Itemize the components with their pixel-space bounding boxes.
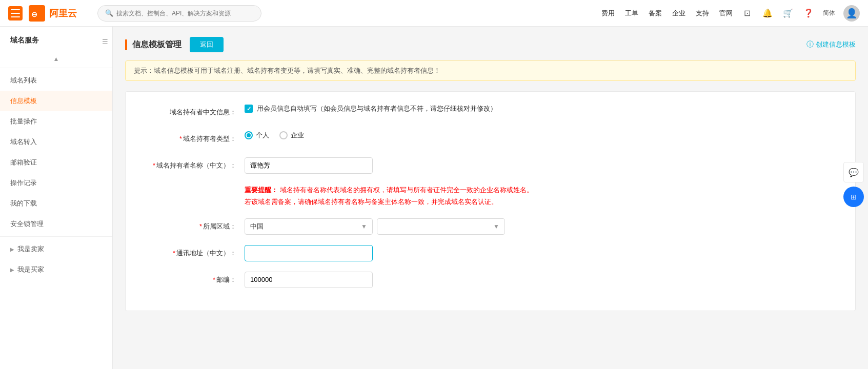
sidebar-item-op-log[interactable]: 操作记录 [0, 173, 112, 193]
radio-enterprise[interactable]: 企业 [279, 131, 304, 140]
auto-fill-checkbox-label: 用会员信息自动填写（如会员信息与域名持有者信息不符，请您仔细核对并修改） [257, 104, 497, 113]
nav-icons: ⊡ 🔔 🛒 ❓ 简体 👤 [741, 5, 860, 22]
region-select-arrow-icon: ▼ [361, 223, 367, 230]
menu-icon[interactable] [8, 6, 23, 20]
radio-enterprise-label: 企业 [291, 131, 304, 140]
region-row: 所属区域： 中国 ▼ ▼ [142, 218, 839, 235]
create-icon: ⓘ [806, 40, 814, 49]
region-sub-select[interactable]: ▼ [377, 218, 505, 235]
lang-btn[interactable]: 简体 [823, 9, 835, 17]
logo-text: 阿里云 [49, 7, 77, 19]
auto-fill-row: 域名持有者中文信息： 用会员信息自动填写（如会员信息与域名持有者信息不符，请您仔… [142, 104, 839, 120]
logo: ⊖ 阿里云 [29, 5, 77, 22]
address-label: 通讯地址（中文）： [142, 245, 245, 261]
search-input[interactable] [116, 10, 254, 17]
topnav: ⊖ 阿里云 🔍 费用 工单 备案 企业 支持 官网 ⊡ 🔔 🛒 ❓ 简体 👤 [0, 0, 868, 27]
nav-links: 费用 工单 备案 企业 支持 官网 [601, 9, 733, 18]
sidebar: 域名服务 ☰ ▲ 域名列表 信息模板 批量操作 域名转入 邮箱验证 操作记录 我… [0, 27, 113, 369]
region-select-text: 中国 [250, 222, 361, 231]
page-title: 信息模板管理 [125, 39, 181, 50]
search-icon: 🔍 [105, 9, 113, 17]
postal-row: 邮编： [142, 272, 839, 288]
main-content: 信息模板管理 返回 ⓘ 创建信息模板 提示：域名信息模板可用于域名注册、域名持有… [113, 27, 868, 369]
owner-name-label: 域名持有者名称（中文）： [142, 157, 245, 174]
bell-icon[interactable]: 🔔 [761, 7, 774, 19]
notice-bar: 提示：域名信息模板可用于域名注册、域名持有者变更等，请填写真实、准确、完整的域名… [125, 60, 856, 81]
sidebar-item-my-downloads[interactable]: 我的下载 [0, 193, 112, 214]
important-line2: 若该域名需备案，请确保域名持有者名称与备案主体名称一致，并完成域名实名认证。 [245, 198, 498, 206]
radio-personal-label: 个人 [256, 131, 269, 140]
search-bar[interactable]: 🔍 [97, 5, 261, 22]
sidebar-item-email-verify[interactable]: 邮箱验证 [0, 152, 112, 173]
nav-link-enterprise[interactable]: 企业 [672, 9, 685, 18]
owner-type-radio-group: 个人 企业 [245, 131, 304, 140]
important-line1: 域名持有者名称代表域名的拥有权，请填写与所有者证件完全一致的企业名称或姓名。 [280, 186, 533, 194]
monitor-icon[interactable]: ⊡ [741, 7, 753, 19]
layout: 域名服务 ☰ ▲ 域名列表 信息模板 批量操作 域名转入 邮箱验证 操作记录 我… [0, 0, 868, 369]
region-select-row: 中国 ▼ ▼ [245, 218, 505, 235]
important-content: 重要提醒： 域名持有者名称代表域名的拥有权，请填写与所有者证件完全一致的企业名称… [245, 184, 839, 208]
auto-fill-checkbox[interactable] [245, 105, 253, 113]
form-card: 域名持有者中文信息： 用会员信息自动填写（如会员信息与域名持有者信息不符，请您仔… [125, 91, 856, 311]
address-content [245, 245, 839, 261]
sidebar-item-security-lock[interactable]: 安全锁管理 [0, 214, 112, 234]
owner-name-content [245, 157, 839, 174]
nav-link-fee[interactable]: 费用 [601, 9, 615, 18]
important-row: 重要提醒： 域名持有者名称代表域名的拥有权，请填写与所有者证件完全一致的企业名称… [142, 184, 839, 208]
important-label: 重要提醒： [245, 186, 278, 194]
page-header: 信息模板管理 返回 ⓘ 创建信息模板 [125, 37, 856, 52]
region-sub-arrow-icon: ▼ [493, 223, 499, 230]
sidebar-item-info-template[interactable]: 信息模板 [0, 91, 112, 111]
help-icon[interactable]: ❓ [802, 7, 815, 19]
sidebar-collapse-btn[interactable]: ☰ [98, 36, 112, 48]
svg-text:⊖: ⊖ [31, 10, 37, 18]
owner-name-row: 域名持有者名称（中文）： [142, 157, 839, 174]
qr-float-btn[interactable]: ⊞ [843, 187, 864, 207]
sidebar-scroll-up[interactable]: ▲ [0, 52, 112, 66]
sidebar-item-batch-ops[interactable]: 批量操作 [0, 111, 112, 132]
nav-link-record[interactable]: 备案 [649, 9, 662, 18]
avatar[interactable]: 👤 [843, 5, 860, 22]
region-content: 中国 ▼ ▼ [245, 218, 839, 235]
nav-link-ticket[interactable]: 工单 [625, 9, 638, 18]
radio-enterprise-circle[interactable] [279, 131, 288, 139]
important-notice: 重要提醒： 域名持有者名称代表域名的拥有权，请填写与所有者证件完全一致的企业名称… [245, 184, 533, 208]
postal-input[interactable] [245, 272, 373, 288]
region-label: 所属区域： [142, 218, 245, 235]
back-button[interactable]: 返回 [190, 37, 224, 52]
postal-label: 邮编： [142, 272, 245, 288]
chat-float-btn[interactable]: 💬 [843, 162, 864, 182]
seller-arrow-icon: ▶ [10, 247, 14, 252]
buyer-arrow-icon: ▶ [10, 267, 14, 273]
sidebar-item-seller[interactable]: ▶ 我是卖家 [0, 239, 112, 259]
sidebar-divider-mid [0, 236, 112, 237]
sidebar-title: 域名服务 [0, 27, 49, 52]
logo-icon: ⊖ [29, 5, 45, 22]
nav-link-support[interactable]: 支持 [696, 9, 709, 18]
sidebar-item-buyer[interactable]: ▶ 我是买家 [0, 259, 112, 280]
sidebar-item-domain-transfer[interactable]: 域名转入 [0, 132, 112, 152]
sidebar-divider-top [0, 68, 112, 68]
sidebar-item-domain-list[interactable]: 域名列表 [0, 70, 112, 91]
radio-personal-circle[interactable] [245, 131, 253, 139]
owner-name-input[interactable] [245, 157, 373, 174]
owner-type-label: 域名持有者类型： [142, 131, 245, 147]
owner-type-row: 域名持有者类型： 个人 企业 [142, 131, 839, 147]
notice-text: 提示：域名信息模板可用于域名注册、域名持有者变更等，请填写真实、准确、完整的域名… [134, 67, 440, 74]
float-buttons: 💬 ⊞ [839, 158, 868, 211]
auto-fill-label: 域名持有者中文信息： [142, 104, 245, 120]
cart-icon[interactable]: 🛒 [782, 7, 794, 19]
radio-personal[interactable]: 个人 [245, 131, 269, 140]
address-input[interactable] [245, 245, 373, 261]
postal-content [245, 272, 839, 288]
owner-type-content: 个人 企业 [245, 131, 839, 140]
region-select[interactable]: 中国 ▼ [245, 218, 373, 235]
nav-link-official[interactable]: 官网 [719, 9, 733, 18]
auto-fill-checkbox-area: 用会员信息自动填写（如会员信息与域名持有者信息不符，请您仔细核对并修改） [245, 104, 497, 113]
auto-fill-content: 用会员信息自动填写（如会员信息与域名持有者信息不符，请您仔细核对并修改） [245, 104, 839, 113]
create-template-link[interactable]: ⓘ 创建信息模板 [806, 40, 856, 49]
address-row: 通讯地址（中文）： [142, 245, 839, 261]
